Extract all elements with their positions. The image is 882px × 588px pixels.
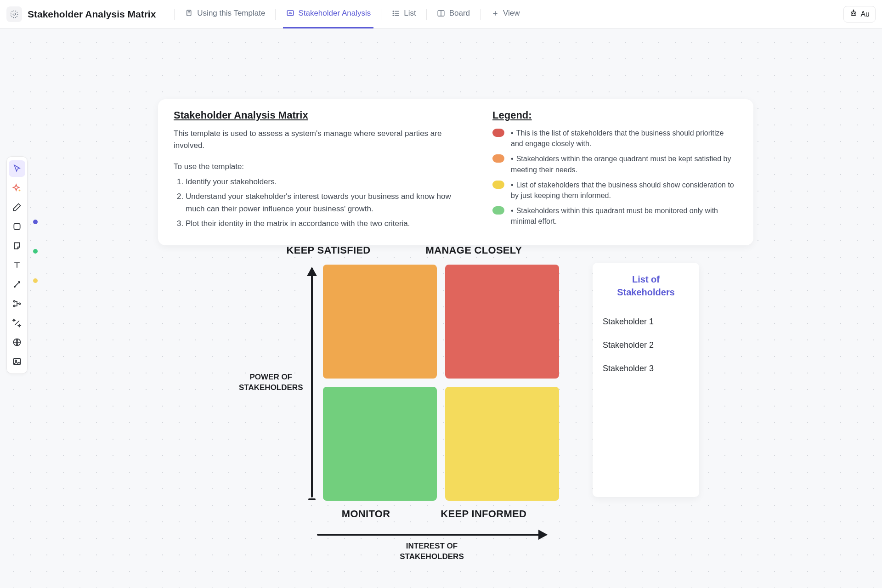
svg-point-7 <box>393 11 394 12</box>
svg-point-18 <box>854 10 854 11</box>
topbar: Stakeholder Analysis Matrix Using this T… <box>0 0 882 28</box>
svg-rect-19 <box>14 223 20 229</box>
divider <box>426 9 427 20</box>
legend-row: •List of stakeholders that the business … <box>492 180 738 201</box>
quad-manage-closely[interactable] <box>445 265 559 379</box>
divider <box>275 9 276 20</box>
tab-label: List <box>404 9 416 18</box>
matrix[interactable]: KEEP SATISFIED MANAGE CLOSELY POWER OF S… <box>239 244 570 561</box>
ai-button[interactable]: Au <box>843 6 876 23</box>
tool-ai-generate[interactable] <box>9 180 25 196</box>
legend-row: •Stakeholders within the orange quadrant… <box>492 153 738 175</box>
divider <box>480 9 481 20</box>
doc-icon[interactable] <box>6 6 22 22</box>
legend-text: •Stakeholders within this quadrant must … <box>511 205 738 226</box>
legend-swatch-red <box>492 129 504 137</box>
divider <box>381 9 381 20</box>
quad-label-monitor: MONITOR <box>342 508 390 520</box>
info-card[interactable]: Stakeholder Analysis Matrix This templat… <box>158 99 753 245</box>
legend-swatch-green <box>492 206 504 215</box>
quad-label-manage-closely: MANAGE CLOSELY <box>426 244 522 256</box>
plus-icon <box>491 9 499 18</box>
svg-point-26 <box>15 360 17 362</box>
svg-point-22 <box>14 305 15 306</box>
color-dot <box>33 278 38 283</box>
left-toolbar <box>6 156 28 374</box>
svg-point-9 <box>393 15 394 16</box>
info-steps: Identify your stakeholders. Understand y… <box>174 176 456 230</box>
tab-label: Stakeholder Analysis <box>298 9 371 18</box>
whiteboard-canvas[interactable]: Stakeholder Analysis Matrix This templat… <box>0 28 882 588</box>
svg-point-1 <box>11 11 18 17</box>
stakeholder-item[interactable]: Stakeholder 2 <box>603 340 689 350</box>
ai-label: Au <box>860 10 870 18</box>
tab-list[interactable]: List <box>389 0 418 28</box>
quad-label-keep-informed: KEEP INFORMED <box>441 508 526 520</box>
tab-stakeholder-analysis[interactable]: Stakeholder Analysis <box>283 0 373 28</box>
tool-shape[interactable] <box>9 218 25 235</box>
stakeholder-item[interactable]: Stakeholder 3 <box>603 364 689 373</box>
tool-image[interactable] <box>9 353 25 370</box>
tab-using-template[interactable]: Using this Template <box>182 0 268 28</box>
tab-board[interactable]: Board <box>434 0 473 28</box>
y-axis: POWER OF STAKEHOLDERS <box>239 268 313 498</box>
tool-select[interactable] <box>9 160 25 177</box>
x-axis-label: INTEREST OF STAKEHOLDERS <box>400 541 464 562</box>
color-dot <box>33 249 38 254</box>
tool-connector[interactable] <box>9 276 25 293</box>
quad-monitor[interactable] <box>323 387 437 501</box>
tab-label: Using this Template <box>197 9 265 18</box>
quad-keep-informed[interactable] <box>445 387 559 501</box>
legend-title: Legend: <box>492 109 738 121</box>
tool-mindmap[interactable] <box>9 295 25 312</box>
quad-labels-bottom: MONITOR KEEP INFORMED <box>239 508 570 520</box>
svg-point-15 <box>852 13 853 14</box>
color-dot <box>33 220 38 224</box>
x-axis: INTEREST OF STAKEHOLDERS <box>294 534 570 561</box>
svg-point-21 <box>14 300 15 302</box>
legend: Legend: •This is the list of stakeholder… <box>492 109 738 232</box>
legend-text: •List of stakeholders that the business … <box>511 180 738 201</box>
tool-web-embed[interactable] <box>9 334 25 351</box>
toolbar-color-indicators <box>33 220 38 283</box>
tool-magic[interactable] <box>9 315 25 331</box>
tool-sticky-note[interactable] <box>9 237 25 254</box>
template-icon <box>185 9 193 18</box>
arrow-right-icon <box>317 534 547 536</box>
stakeholder-list-title: List of Stakeholders <box>603 273 689 299</box>
quad-label-keep-satisfied: KEEP SATISFIED <box>286 244 370 256</box>
info-title: Stakeholder Analysis Matrix <box>174 109 456 121</box>
info-step: Identify your stakeholders. <box>186 176 456 188</box>
divider <box>174 9 175 20</box>
info-step: Plot their identity in the matrix in acc… <box>186 218 456 230</box>
robot-icon <box>849 9 858 19</box>
legend-swatch-yellow <box>492 181 504 189</box>
legend-text: •Stakeholders within the orange quadrant… <box>511 153 738 175</box>
tab-label: View <box>503 9 520 18</box>
tab-add-view[interactable]: View <box>488 0 523 28</box>
info-step: Understand your stakeholder's interest t… <box>186 191 456 215</box>
quad-keep-satisfied[interactable] <box>323 265 437 379</box>
tool-text[interactable] <box>9 257 25 273</box>
info-left: Stakeholder Analysis Matrix This templat… <box>174 109 456 232</box>
legend-row: •This is the list of stakeholders that t… <box>492 128 738 149</box>
page-title[interactable]: Stakeholder Analysis Matrix <box>28 9 156 20</box>
tool-pen[interactable] <box>9 199 25 215</box>
list-icon <box>391 9 400 18</box>
svg-point-16 <box>854 13 855 14</box>
arrow-up-icon <box>311 268 313 498</box>
info-desc: This template is used to assess a system… <box>174 128 456 151</box>
whiteboard-icon <box>286 9 294 18</box>
stakeholder-item[interactable]: Stakeholder 1 <box>603 317 689 327</box>
svg-point-0 <box>13 13 16 15</box>
stakeholder-list-card[interactable]: List of Stakeholders Stakeholder 1 Stake… <box>593 263 699 497</box>
svg-point-8 <box>393 13 394 14</box>
info-sub: To use the template: <box>174 162 456 171</box>
svg-point-23 <box>19 303 20 304</box>
quad-grid <box>323 265 559 501</box>
board-icon <box>437 9 446 18</box>
legend-swatch-orange <box>492 154 504 163</box>
quad-labels-top: KEEP SATISFIED MANAGE CLOSELY <box>239 244 570 256</box>
legend-row: •Stakeholders within this quadrant must … <box>492 205 738 226</box>
y-axis-label: POWER OF STAKEHOLDERS <box>239 372 303 393</box>
